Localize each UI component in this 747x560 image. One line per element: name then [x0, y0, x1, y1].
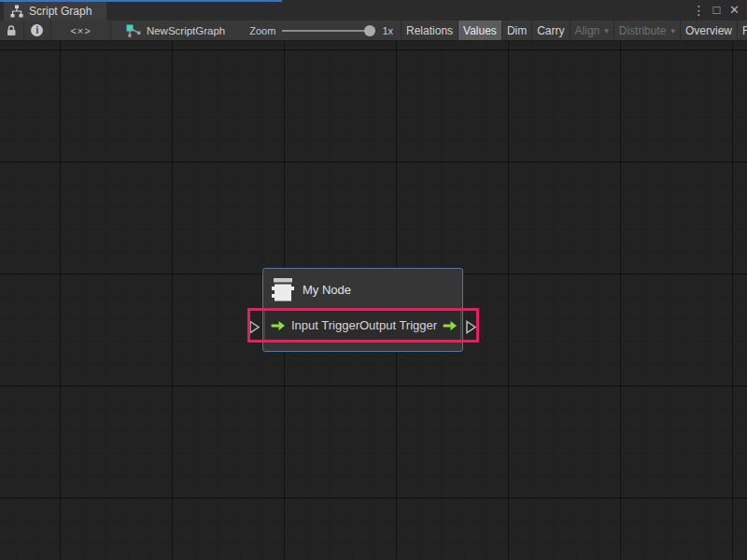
graph-canvas[interactable]: My Node Input Trigger Output Trigger: [0, 41, 747, 559]
maximize-icon[interactable]: □: [710, 0, 724, 21]
lock-icon: [6, 24, 17, 37]
fullscreen-button[interactable]: Full Screen: [737, 21, 747, 40]
info-icon: i: [31, 24, 43, 36]
script-graph-window: Script Graph ⋮ □ ✕ i <×>: [0, 0, 747, 560]
values-button[interactable]: Values: [458, 21, 501, 40]
output-trigger-port[interactable]: Output Trigger: [359, 318, 458, 332]
dim-button[interactable]: Dim: [501, 21, 531, 40]
zoom-slider[interactable]: [282, 24, 375, 37]
node-ports-row: Input Trigger Output Trigger: [264, 310, 461, 341]
chevron-down-icon: ▾: [670, 26, 675, 35]
tab-bar: Script Graph ⋮ □ ✕: [0, 0, 747, 21]
tab-label: Script Graph: [29, 5, 92, 18]
graph-name-label: NewScriptGraph: [147, 25, 225, 36]
output-port-label: Output Trigger: [359, 318, 437, 332]
zoom-control: Zoom 1x: [238, 21, 401, 40]
zoom-slider-thumb[interactable]: [364, 25, 375, 36]
unit-node-icon: [271, 274, 295, 304]
node-title: My Node: [303, 283, 351, 297]
overview-button[interactable]: Overview: [680, 21, 737, 40]
code-brackets-icon: <×>: [70, 25, 91, 36]
outer-port-triangle-icon[interactable]: [465, 320, 477, 334]
graph-selector[interactable]: NewScriptGraph: [111, 21, 238, 40]
outer-port-triangle-icon[interactable]: [248, 320, 261, 334]
lock-button[interactable]: [0, 21, 24, 40]
toolbar: i <×> NewScriptGraph Zoom 1x Relations: [0, 21, 747, 41]
input-trigger-port[interactable]: Input Trigger: [271, 318, 359, 332]
flow-arrow-icon: [271, 320, 286, 331]
close-icon[interactable]: ✕: [727, 0, 741, 21]
flow-arrow-icon: [443, 320, 458, 331]
node-header[interactable]: My Node: [263, 269, 462, 310]
window-menu-icon[interactable]: ⋮: [692, 0, 706, 21]
input-port-label: Input Trigger: [291, 318, 359, 332]
carry-button[interactable]: Carry: [531, 21, 569, 40]
distribute-button: Distribute ▾: [613, 21, 680, 40]
chevron-down-icon: ▾: [604, 26, 609, 35]
code-preview-button[interactable]: <×>: [51, 21, 111, 40]
info-button[interactable]: i: [24, 21, 52, 40]
window-controls: ⋮ □ ✕: [692, 0, 747, 21]
zoom-value: 1x: [382, 25, 393, 36]
zoom-slider-track[interactable]: [282, 30, 375, 32]
relations-button[interactable]: Relations: [401, 21, 458, 40]
node-my-node[interactable]: My Node Input Trigger Output Trigger: [262, 268, 463, 352]
script-graph-icon: [126, 23, 141, 37]
tab-script-graph[interactable]: Script Graph: [4, 2, 106, 21]
zoom-label: Zoom: [249, 25, 275, 36]
graph-tree-icon: [10, 5, 23, 18]
align-button: Align ▾: [570, 21, 613, 40]
